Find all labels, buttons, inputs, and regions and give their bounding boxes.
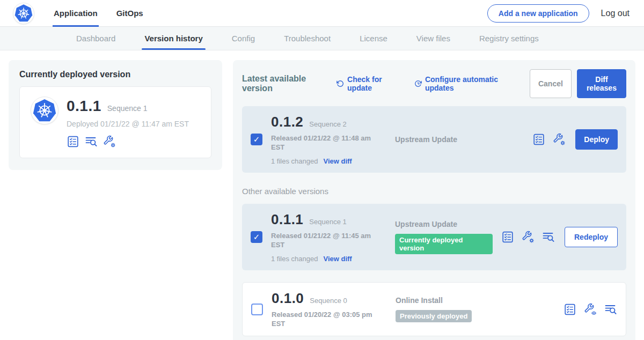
other-available-versions-label: Other available versions bbox=[242, 187, 626, 196]
diff-releases-button[interactable]: Diff releases bbox=[577, 69, 626, 98]
sequence-label: Sequence 2 bbox=[309, 120, 346, 128]
version-source-label: Online Install bbox=[396, 296, 555, 305]
deployed-version-card: 0.1.1 Sequence 1 Deployed 01/21/22 @ 11:… bbox=[19, 86, 211, 158]
release-notes-icon[interactable] bbox=[501, 231, 514, 243]
refresh-icon bbox=[336, 79, 344, 88]
deployed-sequence-label: Sequence 1 bbox=[107, 104, 148, 113]
version-source-label: Upstream Update bbox=[395, 135, 524, 144]
edit-config-icon[interactable] bbox=[553, 133, 566, 146]
subtab-view-files[interactable]: View files bbox=[402, 27, 465, 50]
release-notes-icon[interactable] bbox=[67, 135, 79, 148]
tab-application[interactable]: Application bbox=[53, 0, 99, 26]
subtab-dashboard[interactable]: Dashboard bbox=[62, 27, 130, 50]
view-logs-icon[interactable] bbox=[542, 231, 555, 243]
top-nav-tabs: Application GitOps bbox=[53, 0, 161, 26]
tab-gitops[interactable]: GitOps bbox=[115, 0, 144, 26]
cancel-button[interactable]: Cancel bbox=[530, 69, 572, 98]
logout-link[interactable]: Log out bbox=[601, 9, 630, 18]
view-logs-icon[interactable] bbox=[85, 135, 98, 148]
version-source-label: Upstream Update bbox=[395, 220, 493, 228]
released-timestamp: Released 01/21/22 @ 11:45 am EST bbox=[271, 231, 378, 249]
deployed-timestamp: Deployed 01/21/22 @ 11:47 am EST bbox=[67, 120, 189, 128]
version-number: 0.1.1 bbox=[271, 211, 303, 228]
subtab-license[interactable]: License bbox=[345, 27, 402, 50]
files-changed-label: 1 files changed bbox=[271, 255, 318, 263]
kubernetes-logo-icon bbox=[13, 3, 34, 24]
subtab-registry-settings[interactable]: Registry settings bbox=[465, 27, 553, 50]
currently-deployed-title: Currently deployed version bbox=[19, 70, 211, 79]
edit-config-icon[interactable] bbox=[103, 135, 116, 148]
version-row-0-1-1: 0.1.1 Sequence 1 Released 01/21/22 @ 11:… bbox=[242, 204, 626, 270]
top-nav: Application GitOps Add a new application… bbox=[0, 0, 644, 27]
version-number: 0.1.0 bbox=[272, 290, 304, 307]
edit-config-icon[interactable] bbox=[522, 231, 535, 243]
main-content: Currently deployed version 0.1.1 Sequenc… bbox=[0, 50, 644, 340]
version-number: 0.1.2 bbox=[271, 114, 303, 130]
currently-deployed-panel: Currently deployed version 0.1.1 Sequenc… bbox=[9, 60, 222, 170]
add-new-application-button[interactable]: Add a new application bbox=[487, 4, 589, 23]
available-versions-panel: Latest available version Check for updat… bbox=[233, 60, 635, 340]
deployed-version-number: 0.1.1 bbox=[67, 98, 101, 115]
version-row-0-1-2: 0.1.2 Sequence 2 Released 01/21/22 @ 11:… bbox=[242, 106, 626, 173]
release-notes-icon[interactable] bbox=[532, 133, 545, 146]
subtab-troubleshoot[interactable]: Troubleshoot bbox=[269, 27, 345, 50]
version-checkbox[interactable] bbox=[251, 134, 262, 145]
currently-deployed-badge: Currently deployed version bbox=[395, 234, 493, 254]
subtab-version-history[interactable]: Version history bbox=[130, 27, 217, 50]
app-logo-icon bbox=[31, 97, 58, 124]
check-for-update-link[interactable]: Check for update bbox=[336, 75, 401, 92]
configure-auto-updates-link[interactable]: Configure automatic updates bbox=[414, 75, 517, 92]
latest-available-title: Latest available version bbox=[242, 74, 328, 93]
app-subnav: Dashboard Version history Config Trouble… bbox=[0, 27, 644, 50]
previously-deployed-badge: Previously deployed bbox=[396, 310, 472, 322]
released-timestamp: Released 01/21/22 @ 11:48 am EST bbox=[271, 134, 378, 152]
released-timestamp: Released 01/20/22 @ 03:05 pm EST bbox=[272, 310, 379, 328]
view-logs-icon[interactable] bbox=[604, 303, 617, 316]
sequence-label: Sequence 0 bbox=[310, 297, 347, 305]
subtab-config[interactable]: Config bbox=[217, 27, 269, 50]
version-checkbox[interactable] bbox=[251, 304, 263, 315]
view-diff-link[interactable]: View diff bbox=[323, 255, 352, 263]
files-changed-label: 1 files changed bbox=[271, 157, 318, 165]
view-diff-link[interactable]: View diff bbox=[323, 157, 352, 165]
auto-update-clock-icon bbox=[414, 79, 422, 88]
version-checkbox[interactable] bbox=[251, 231, 262, 243]
sequence-label: Sequence 1 bbox=[309, 218, 346, 226]
deploy-button[interactable]: Deploy bbox=[575, 129, 618, 150]
release-notes-icon[interactable] bbox=[564, 303, 576, 316]
redeploy-button[interactable]: Redeploy bbox=[565, 227, 618, 247]
view-config-icon[interactable] bbox=[584, 303, 597, 316]
version-row-0-1-0: 0.1.0 Sequence 0 Released 01/20/22 @ 03:… bbox=[242, 282, 626, 336]
